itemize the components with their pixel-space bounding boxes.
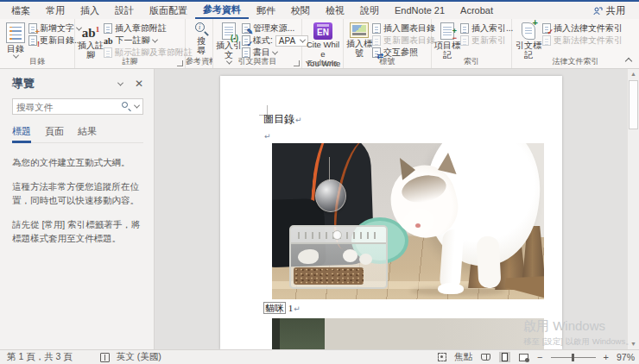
tab-insert[interactable]: 插入 (73, 2, 107, 19)
search-input[interactable] (16, 102, 122, 112)
group-label-footnotes: 註腳 (75, 56, 185, 67)
page-count-status[interactable]: 第 1 頁，共 3 頁 (7, 351, 73, 363)
chevron-down-icon[interactable] (134, 103, 140, 109)
update-toc-button[interactable]: ! 更新目錄... (28, 35, 81, 47)
manage-sources-button[interactable]: ✎ 管理來源... (242, 22, 308, 35)
update-index-icon (460, 35, 469, 46)
citations-dialog-launcher-icon[interactable] (294, 60, 300, 66)
insert-toa-label: 插入法律文件索引 (554, 22, 623, 35)
tab-view[interactable]: 檢視 (318, 2, 352, 19)
endnote-logo-icon: EN (313, 22, 332, 40)
zoom-slider[interactable] (551, 357, 596, 358)
document-page[interactable]: 圖目錄↵ ↵ (220, 76, 562, 349)
tab-layout[interactable]: 版面配置 (142, 2, 195, 19)
add-text-button[interactable]: + 新增文字 (28, 22, 81, 35)
next-footnote-icon: ab (104, 36, 113, 46)
mark-entry-icon: +− (440, 22, 454, 40)
tab-acrobat[interactable]: Acrobat (452, 2, 501, 19)
nav-help-paragraph: 為您的文件建立互動式大綱。 (12, 155, 143, 169)
insert-caption-icon (350, 22, 369, 38)
search-button[interactable]: i 搜尋 (188, 21, 214, 55)
footnotes-dialog-launcher-icon[interactable] (177, 60, 183, 66)
update-tof-label: 更新圖表目錄 (383, 35, 435, 47)
print-layout-button[interactable] (499, 352, 510, 362)
insert-endnote-icon (104, 23, 112, 34)
mark-entry-button[interactable]: +− 項目標記 (434, 21, 460, 60)
nav-tab-pages[interactable]: 頁面 (45, 125, 64, 138)
paragraph-mark: ↵ (294, 304, 301, 313)
nav-pane-menu-icon[interactable] (117, 79, 123, 85)
focus-label[interactable]: 焦點 (454, 351, 472, 363)
read-mode-button[interactable] (480, 352, 491, 362)
zoom-level[interactable]: 97% (617, 352, 635, 362)
style-label: 樣式: (253, 35, 273, 47)
toc-button[interactable]: 目錄 (3, 21, 28, 59)
insert-toa-icon: ✓ (542, 23, 551, 34)
web-layout-icon (519, 354, 528, 361)
nav-help-paragraph: 這種方法非常方便您追蹤所在位置，同時也可以快速移動內容。 (12, 179, 143, 207)
close-icon[interactable]: ✕ (135, 78, 143, 90)
next-footnote-button[interactable]: ab 下一註腳 (104, 35, 193, 47)
insert-footnote-button[interactable]: ab1 插入註腳 (78, 21, 104, 60)
tab-references[interactable]: 參考資料 (195, 2, 249, 19)
share-button[interactable]: 共用 (585, 2, 634, 19)
tab-review[interactable]: 校閱 (283, 2, 318, 19)
nav-tab-headings[interactable]: 標題 (12, 125, 31, 138)
cat-photo-2[interactable] (272, 318, 544, 349)
scrollbar-thumb[interactable] (629, 80, 638, 129)
zoom-slider-thumb[interactable] (572, 354, 574, 361)
insert-endnote-button[interactable]: 插入章節附註 (104, 22, 193, 35)
insert-citation-icon: (-) (222, 22, 236, 40)
proofing-book-icon[interactable] (100, 353, 110, 362)
tab-design[interactable]: 設計 (107, 2, 142, 19)
language-status[interactable]: 英文 (美國) (117, 351, 161, 363)
caption-text: 貓咪 (263, 302, 286, 314)
paragraph-mark: ↵ (264, 132, 271, 141)
tab-endnote21[interactable]: EndNote 21 (387, 2, 452, 19)
scrollbar-down-icon[interactable]: ▼ (628, 339, 639, 349)
chevron-down-icon (152, 36, 158, 42)
navigation-pane: 導覽 ✕ 標題 頁面 結果 為您的文件建立互動式大綱。 這種方法非常方便您追蹤所… (0, 69, 155, 349)
group-index: +− 項目標記 插入索引... 更新索引 索引 (432, 19, 512, 68)
share-icon (593, 6, 603, 16)
insert-toa-button[interactable]: ✓ 插入法律文件索引 (542, 22, 623, 35)
chevron-down-icon (272, 48, 278, 54)
update-tof-icon (372, 35, 381, 46)
zoom-out-button[interactable]: − (537, 352, 542, 362)
doc-heading: 圖目錄 (263, 113, 294, 125)
insert-index-button[interactable]: 插入索引... (460, 22, 513, 35)
print-layout-icon (502, 353, 508, 361)
citation-style-row: ✓ 樣式: APA (242, 35, 308, 47)
figure-caption: 貓咪 1↵ (263, 302, 301, 315)
group-table-of-authorities: 引文標記 ✓ 插入法律文件索引 更新法律文件索引 法律文件索引 (512, 19, 639, 68)
zoom-in-button[interactable]: + (604, 352, 609, 362)
add-text-icon: + (28, 23, 37, 34)
insert-caption-button[interactable]: 插入標號 (346, 21, 372, 58)
tab-home[interactable]: 常用 (38, 2, 73, 19)
insert-tof-button[interactable]: 插入圖表目錄 (372, 22, 435, 35)
scrollbar-up-icon[interactable]: ▲ (628, 69, 639, 79)
nav-tab-results[interactable]: 結果 (78, 125, 97, 138)
focus-icon[interactable] (438, 353, 446, 361)
update-index-label: 更新索引 (471, 35, 506, 47)
tab-mailings[interactable]: 郵件 (249, 2, 283, 19)
insert-tof-icon (372, 23, 381, 34)
update-toa-label: 更新法律文件索引 (554, 35, 623, 47)
search-icon[interactable] (122, 102, 131, 111)
style-icon: ✓ (242, 35, 250, 46)
toc-icon (6, 22, 25, 43)
update-toa-icon (542, 35, 551, 46)
group-label-index: 索引 (432, 56, 511, 67)
insert-tof-label: 插入圖表目錄 (383, 22, 435, 35)
group-label-endnote: EndNote (302, 59, 343, 67)
tab-file[interactable]: 檔案 (3, 2, 38, 19)
group-label-toc: 目錄 (0, 56, 74, 67)
tab-help[interactable]: 說明 (352, 2, 387, 19)
web-layout-button[interactable] (518, 352, 529, 362)
vertical-scrollbar[interactable]: ▲ ▼ (627, 69, 639, 349)
mark-citation-button[interactable]: 引文標記 (515, 21, 542, 60)
cat-photo-1[interactable] (272, 143, 544, 299)
main-area: 導覽 ✕ 標題 頁面 結果 為您的文件建立互動式大綱。 這種方法非常方便您追蹤所… (0, 69, 639, 349)
cwyw-line1: Cite While (305, 41, 341, 59)
nav-search-box[interactable] (12, 98, 143, 115)
